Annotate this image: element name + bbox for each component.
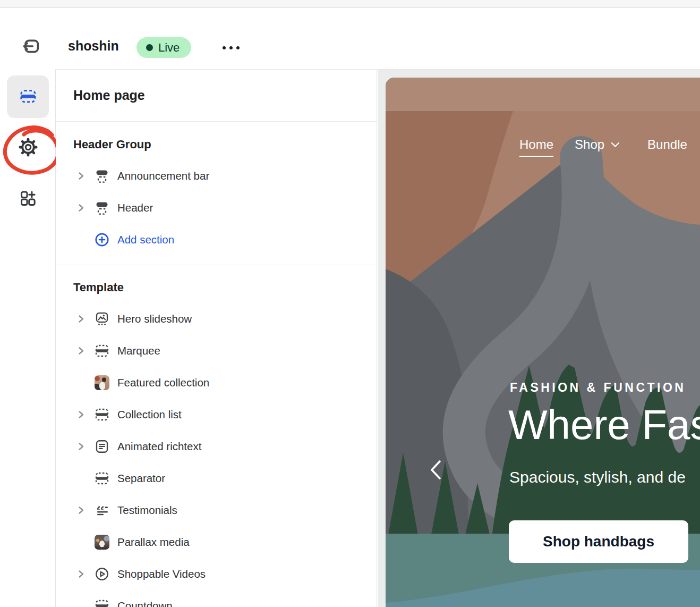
gear-icon [19, 138, 38, 158]
nav-link-bundle[interactable]: Bundle [647, 137, 687, 152]
featured-collection-thumbnail [95, 375, 109, 390]
browser-chrome-strip [0, 0, 700, 8]
section-row-label: Announcement bar [117, 170, 209, 182]
nav-link-shop[interactable]: Shop [575, 137, 620, 152]
topbar: shoshin Live [0, 9, 700, 69]
section-row-countdown[interactable]: Countdown [56, 590, 377, 607]
add-section-label: Add section [117, 233, 174, 246]
sections-tab[interactable] [7, 75, 49, 118]
richtext-icon [95, 439, 109, 454]
section-icon [95, 343, 109, 358]
section-icon [95, 598, 109, 607]
preview-area: Home Shop Bundle FASHION & FUNCTION Wher… [378, 69, 700, 607]
section-row-label: Testimonials [117, 504, 177, 517]
header-group-section: Header Group Announcement bar Header Add… [56, 122, 377, 265]
section-icon [95, 168, 109, 183]
section-icon [95, 200, 109, 215]
carousel-prev-button[interactable] [425, 457, 446, 484]
shop-handbags-button[interactable]: Shop handbags [509, 520, 688, 563]
parallax-media-thumbnail [95, 535, 109, 550]
chevron-right-icon [76, 314, 86, 324]
live-status-badge: Live [136, 37, 191, 58]
nav-link-home[interactable]: Home [519, 137, 553, 157]
section-row-label: Header [117, 201, 153, 214]
plus-circle-icon [95, 232, 109, 247]
live-badge-label: Live [158, 41, 180, 55]
ellipsis-icon [223, 46, 240, 49]
hero-subheading: Spacious, stylish, and de [509, 468, 686, 486]
section-row-label: Featured collection [117, 376, 209, 389]
section-row-label: Animated richtext [117, 440, 201, 453]
chevron-right-icon [76, 346, 86, 356]
chevron-right-icon [76, 505, 86, 515]
chevron-right-icon [76, 410, 86, 419]
apps-icon [19, 189, 37, 209]
slideshow-icon [95, 311, 109, 326]
more-actions-button[interactable] [215, 38, 247, 57]
template-section: Template Hero slideshow Marquee Featured… [56, 265, 377, 607]
section-row-shoppable-videos[interactable]: Shoppable Videos [56, 558, 377, 590]
store-name: shoshin [68, 38, 119, 54]
section-row-label: Shoppable Videos [117, 568, 206, 580]
hero-eyebrow: FASHION & FUNCTION [510, 381, 686, 395]
storefront-preview-frame: Home Shop Bundle FASHION & FUNCTION Wher… [386, 78, 700, 607]
exit-editor-button[interactable] [19, 35, 42, 58]
section-row-marquee[interactable]: Marquee [56, 335, 377, 367]
section-row-separator[interactable]: Separator [56, 462, 377, 494]
section-row-label: Countdown [117, 600, 173, 607]
storefront-nav: Home Shop Bundle [519, 137, 687, 152]
editor-icon-rail [0, 69, 56, 607]
template-heading: Template [73, 281, 377, 294]
section-row-label: Parallax media [117, 536, 190, 549]
section-row-header[interactable]: Header [56, 192, 377, 224]
chevron-right-icon [76, 171, 86, 181]
chevron-down-icon [611, 142, 620, 148]
section-row-label: Hero slideshow [117, 313, 192, 325]
live-dot-icon [146, 44, 153, 51]
section-icon [95, 471, 109, 486]
section-row-label: Marquee [117, 344, 160, 357]
chevron-left-icon [428, 475, 443, 483]
theme-settings-tab[interactable] [7, 127, 49, 169]
section-row-hero-slideshow[interactable]: Hero slideshow [56, 303, 377, 335]
page-title: Home page [73, 88, 145, 103]
panel-header: Home page [56, 70, 377, 122]
testimonials-quote-icon [95, 503, 109, 518]
chevron-right-icon [76, 203, 86, 213]
section-row-animated-richtext[interactable]: Animated richtext [56, 431, 377, 462]
section-row-testimonials[interactable]: Testimonials [56, 494, 377, 526]
add-section-button[interactable]: Add section [56, 224, 377, 256]
chevron-right-icon [76, 569, 86, 579]
exit-icon [20, 50, 41, 58]
section-row-featured-collection[interactable]: Featured collection [56, 367, 377, 399]
section-row-label: Collection list [117, 408, 182, 421]
section-row-label: Separator [117, 472, 165, 485]
nav-link-shop-label: Shop [575, 137, 604, 152]
hero-heading: Where Fash [508, 402, 700, 448]
chevron-right-icon [76, 442, 86, 451]
sections-icon [19, 87, 37, 107]
apps-tab[interactable] [7, 178, 49, 220]
play-circle-icon [95, 567, 109, 581]
section-row-announcement-bar[interactable]: Announcement bar [56, 160, 377, 192]
header-group-heading: Header Group [73, 138, 377, 151]
section-row-collection-list[interactable]: Collection list [56, 399, 377, 431]
section-icon [95, 407, 109, 422]
sections-panel: Home page Header Group Announcement bar … [56, 69, 377, 607]
section-row-parallax-media[interactable]: Parallax media [56, 526, 377, 558]
